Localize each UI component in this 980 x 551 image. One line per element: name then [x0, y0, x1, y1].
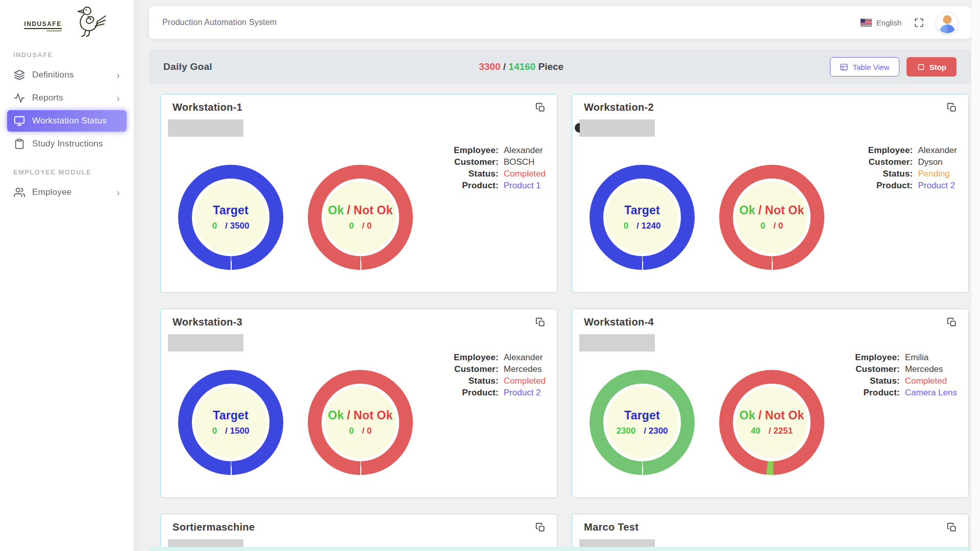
info-label: Product: [868, 181, 913, 191]
logo: INDUSAFE [0, 0, 134, 39]
info-label: Customer: [855, 364, 900, 374]
ok-notok-donut-center: Ok / Not Ok 0 / 0 [733, 179, 811, 256]
sidebar-nav: INDUSAFE Definitions › Reports › Worksta… [0, 39, 134, 203]
info-value: Product 2 [504, 388, 546, 398]
notok-count: / 0 [362, 426, 372, 436]
target-donut-center: Target 2300 / 2300 [603, 384, 681, 461]
card-title-wrap: Workstation-4 [584, 316, 655, 352]
user-avatar[interactable] [937, 12, 958, 33]
target-donut: Target 0 / 3500 [178, 165, 283, 270]
info-label: Employee: [868, 145, 913, 156]
target-values: 0 / 1500 [212, 426, 250, 436]
sidebar-item-workstation-status[interactable]: Workstation Status › [7, 110, 127, 132]
workstation-info: Employee:AlexanderCustomer:BOSCHStatus:C… [454, 145, 546, 191]
info-label: Status: [454, 169, 499, 179]
language-label: English [876, 18, 901, 27]
copy-icon[interactable] [534, 316, 547, 330]
info-label: Employee: [855, 353, 900, 363]
target-current: 0 [212, 426, 217, 436]
workstation-card-1: Workstation-1 Target 0 [160, 94, 557, 293]
daily-goal-current: 3300 [479, 61, 500, 72]
workstation-grid: Workstation-1 Target 0 [149, 94, 971, 551]
workstation-card-4: Workstation-4 Target 2300 [572, 309, 969, 498]
logo-text-block: INDUSAFE [24, 20, 61, 32]
ok-notok-label: Ok / Not Ok [328, 204, 393, 217]
target-current: 2300 [616, 426, 635, 436]
workstation-card-5: Sortiermaschine [160, 514, 557, 551]
redacted-icon [575, 123, 584, 133]
chevron-right-icon: › [116, 70, 120, 80]
redacted-area [579, 119, 655, 137]
workstation-info: Employee:AlexanderCustomer:DysonStatus:P… [868, 145, 957, 191]
sidebar-item-label: Study Instructions [32, 139, 103, 149]
chevron-right-icon: › [116, 187, 120, 197]
ok-notok-values: 0 / 0 [349, 221, 372, 231]
workstation-title: Sortiermaschine [173, 521, 255, 533]
sidebar-item-reports[interactable]: Reports › [7, 87, 127, 109]
topbar: Production Automation System English [149, 6, 971, 39]
ok-count: 0 [349, 221, 354, 231]
info-value: Emilia [905, 353, 957, 363]
ok-count: 49 [751, 426, 761, 436]
daily-goal-unit: Piece [538, 61, 564, 72]
language-selector[interactable]: English [861, 18, 901, 27]
sidebar: INDUSAFE INDUSAFE Definitions › Reports … [0, 0, 134, 551]
copy-icon[interactable] [946, 316, 958, 330]
redacted-area [579, 334, 655, 352]
daily-goal-bar: Daily Goal 3300 / 14160 Piece Table View… [149, 49, 971, 84]
donut-row: Target 2300 / 2300 Ok / Not Ok [590, 370, 824, 475]
copy-icon[interactable] [534, 102, 547, 115]
ok-notok-donut-center: Ok / Not Ok 49 / 2251 [733, 384, 811, 461]
sidebar-section: EMPLOYEE MODULE Employee › [0, 156, 134, 203]
info-value: Alexander [504, 145, 546, 156]
card-header: Workstation-1 [161, 94, 557, 137]
info-value: Dyson [918, 157, 957, 167]
monitor-icon [14, 115, 25, 127]
copy-icon[interactable] [946, 521, 958, 535]
users-icon [14, 187, 25, 198]
stop-button[interactable]: Stop [906, 57, 957, 77]
info-label: Product: [454, 181, 499, 191]
sidebar-section: INDUSAFE Definitions › Reports › Worksta… [0, 39, 134, 155]
bird-logo-icon [63, 5, 110, 38]
table-view-button[interactable]: Table View [830, 57, 899, 77]
target-donut-center: Target 0 / 1240 [603, 179, 681, 256]
info-value: Product 2 [918, 181, 957, 191]
stop-icon [917, 63, 925, 71]
fullscreen-icon[interactable] [914, 17, 924, 28]
redacted-area [168, 119, 243, 137]
copy-icon[interactable] [534, 521, 547, 535]
ok-count: 0 [349, 426, 354, 436]
avatar-body [940, 24, 954, 33]
workstation-title: Workstation-1 [173, 102, 243, 113]
copy-icon[interactable] [946, 102, 958, 115]
info-value: BOSCH [504, 157, 546, 167]
avatar-head [943, 15, 951, 24]
daily-goal-label: Daily Goal [163, 61, 212, 72]
workstation-info: Employee:AlexanderCustomer:MercedesStatu… [454, 353, 546, 398]
workstation-card-2: Workstation-2 Target 0 [572, 94, 969, 293]
info-label: Customer: [868, 157, 913, 167]
scrollbar-track[interactable] [971, 0, 980, 551]
ok-notok-donut: Ok / Not Ok 0 / 0 [308, 370, 413, 475]
target-current: 0 [212, 221, 217, 231]
daily-goal-total: 14160 [508, 61, 535, 72]
notok-label: / Not Ok [347, 409, 393, 422]
topbar-right: English [861, 12, 958, 33]
workstation-card-6: Marco Test [572, 514, 969, 551]
ok-notok-donut: Ok / Not Ok 0 / 0 [308, 165, 413, 270]
info-value: Completed [504, 169, 546, 179]
target-total: / 2300 [644, 426, 668, 436]
ok-notok-values: 49 / 2251 [751, 426, 793, 436]
notok-label: / Not Ok [347, 204, 393, 217]
sidebar-item-label: Reports [32, 93, 63, 103]
info-value: Pending [918, 169, 957, 179]
sidebar-item-employee[interactable]: Employee › [7, 182, 127, 203]
ok-notok-label: Ok / Not Ok [740, 409, 804, 422]
sidebar-item-definitions[interactable]: Definitions › [7, 64, 127, 86]
brand-name: INDUSAFE [24, 20, 61, 29]
sidebar-item-study-instructions[interactable]: Study Instructions › [7, 133, 127, 155]
sidebar-item-label: Definitions [32, 70, 74, 80]
info-value: Completed [504, 376, 546, 386]
ok-label: Ok [328, 204, 344, 217]
